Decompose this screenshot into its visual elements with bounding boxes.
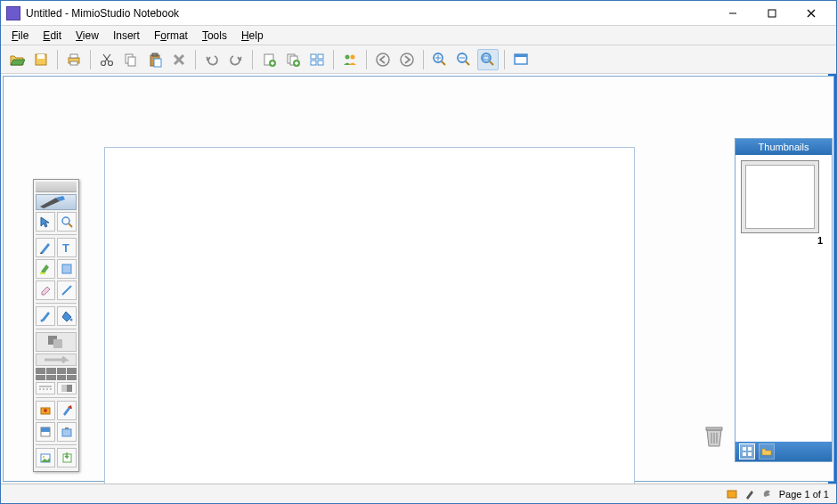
prev-page-button[interactable] (372, 49, 394, 70)
window-title: Untitled - MimioStudio Notebook (26, 7, 713, 20)
menu-file[interactable]: File (4, 28, 36, 44)
menu-edit[interactable]: Edit (36, 28, 69, 44)
trash-icon[interactable] (704, 425, 724, 448)
pencil-tool[interactable] (36, 238, 55, 257)
svg-rect-46 (484, 56, 489, 60)
svg-rect-80 (727, 491, 736, 498)
color-swatches[interactable] (36, 368, 77, 380)
toolbox-button[interactable] (57, 401, 77, 420)
svg-point-59 (41, 320, 44, 322)
tool-palette[interactable]: T (33, 179, 79, 472)
svg-point-34 (351, 54, 355, 59)
menu-help[interactable]: Help (234, 28, 271, 44)
thumbnail-page-number: 1 (741, 235, 826, 246)
minimize-button[interactable] (713, 4, 752, 23)
open-button[interactable] (6, 49, 28, 70)
svg-rect-48 (515, 54, 527, 57)
close-button[interactable] (792, 4, 831, 23)
status-pen-icon[interactable] (744, 488, 756, 500)
menu-format[interactable]: Format (147, 28, 195, 44)
select-tool[interactable] (36, 212, 55, 232)
svg-rect-29 (311, 54, 316, 59)
menu-insert[interactable]: Insert (106, 28, 147, 44)
zoom-fit-button[interactable] (477, 49, 499, 70)
svg-rect-31 (311, 61, 316, 65)
thumbnails-footer (735, 442, 832, 461)
maximize-button[interactable] (752, 4, 792, 23)
thumbnail-page-1[interactable] (741, 160, 819, 233)
line-tool[interactable] (57, 280, 77, 300)
svg-rect-7 (70, 54, 77, 58)
app-icon (6, 6, 20, 20)
eraser-tool[interactable] (36, 280, 55, 300)
svg-rect-72 (65, 427, 69, 429)
opacity-button[interactable] (57, 382, 77, 394)
next-page-button[interactable] (396, 49, 418, 70)
shapes-tool[interactable] (57, 259, 77, 279)
menu-tools[interactable]: Tools (195, 28, 234, 44)
fill-tool[interactable] (57, 306, 77, 326)
svg-rect-65 (61, 385, 67, 392)
zoom-tool[interactable] (57, 212, 77, 232)
svg-rect-17 (154, 59, 161, 67)
collaborate-button[interactable] (339, 49, 361, 70)
highlighter-tool[interactable] (36, 259, 55, 279)
svg-line-42 (466, 61, 469, 65)
svg-point-35 (377, 53, 389, 66)
reveal-tool[interactable] (36, 422, 55, 442)
svg-point-10 (109, 61, 113, 65)
svg-rect-49 (706, 427, 722, 430)
svg-rect-78 (743, 452, 746, 456)
text-tool[interactable]: T (57, 238, 77, 257)
new-page-button[interactable] (258, 49, 280, 70)
svg-rect-66 (67, 385, 72, 392)
svg-rect-76 (743, 447, 746, 451)
cut-button[interactable] (96, 49, 118, 70)
palette-separator (36, 444, 77, 445)
status-settings-icon[interactable] (761, 488, 774, 500)
palette-grip[interactable] (36, 182, 77, 192)
menu-view[interactable]: View (69, 28, 106, 44)
statusbar: Page 1 of 1 (1, 484, 836, 503)
import-button[interactable] (57, 448, 77, 467)
svg-rect-5 (37, 54, 45, 59)
spotlight-tool[interactable] (57, 422, 77, 442)
fullscreen-button[interactable] (510, 49, 532, 70)
copy-button[interactable] (120, 49, 142, 70)
toolbar-separator (423, 50, 424, 69)
line-weight-button[interactable] (36, 354, 77, 366)
svg-rect-8 (70, 61, 77, 65)
page-sorter-button[interactable] (306, 49, 328, 70)
status-page-text: Page 1 of 1 (779, 489, 829, 500)
svg-line-38 (442, 61, 445, 65)
color-picker-tool[interactable] (36, 306, 55, 326)
recorder-tool[interactable] (36, 401, 55, 420)
svg-point-9 (102, 61, 106, 65)
gallery-button[interactable] (36, 448, 55, 467)
svg-point-74 (43, 456, 45, 458)
zoom-in-button[interactable] (429, 49, 451, 70)
delete-button[interactable] (168, 49, 190, 70)
palette-separator (36, 397, 77, 398)
object-fill-button[interactable] (36, 332, 77, 352)
svg-rect-70 (41, 427, 50, 432)
zoom-out-button[interactable] (453, 49, 475, 70)
save-button[interactable] (30, 49, 52, 70)
toolbar-separator (504, 50, 505, 69)
redo-button[interactable] (225, 49, 247, 70)
svg-point-36 (401, 53, 413, 66)
thumbnails-header: Thumbnails (735, 139, 832, 155)
line-style-button[interactable] (36, 382, 55, 394)
thumbnails-grid-view-button[interactable] (739, 443, 755, 459)
svg-rect-32 (318, 61, 323, 65)
svg-rect-16 (152, 53, 158, 56)
page-canvas[interactable] (104, 147, 635, 484)
toolbar-separator (333, 50, 334, 69)
menubar: File Edit View Insert Format Tools Help (1, 26, 836, 45)
thumbnails-folder-button[interactable] (759, 443, 775, 459)
print-button[interactable] (63, 49, 85, 70)
status-record-icon[interactable] (726, 488, 738, 500)
duplicate-page-button[interactable] (282, 49, 304, 70)
paste-button[interactable] (144, 49, 166, 70)
undo-button[interactable] (201, 49, 223, 70)
